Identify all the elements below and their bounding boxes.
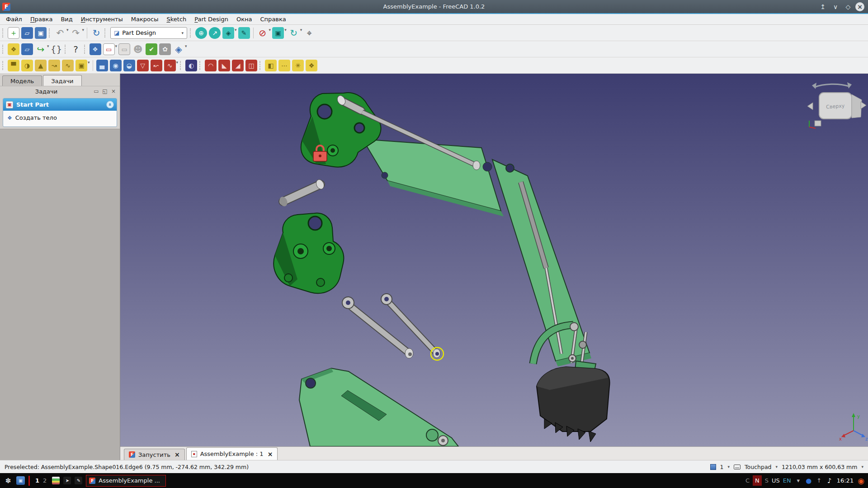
app-menu-icon[interactable]: ✽ [4,476,13,485]
mirrored-icon[interactable]: ◧ [265,60,277,71]
undo-icon-dropdown-icon[interactable]: ▾ [66,28,69,32]
dimensions-caret-icon[interactable]: ▾ [861,465,863,469]
fit-all-icon[interactable]: ⊕ [195,27,207,39]
make-link-icon[interactable]: ↪ [35,43,47,55]
draw-style-icon-dropdown-icon[interactable]: ▾ [269,28,271,32]
layer-value[interactable]: 1 [720,464,724,470]
dock-restore-button[interactable]: ▭ [93,88,100,95]
draft-icon[interactable]: ◢ [232,60,244,71]
pad-icon[interactable]: ▀ [8,60,19,71]
menu-файл[interactable]: Файл [2,15,26,23]
volume-icon[interactable]: ♪ [826,477,833,485]
new-document-icon[interactable]: + [8,27,19,39]
additive-pipe-icon[interactable]: ↝ [48,60,60,71]
sketch-tools-icon[interactable]: ◈ [173,43,184,55]
groove-icon[interactable]: ◒ [123,60,135,71]
polar-pattern-icon[interactable]: ✳ [292,60,304,71]
fillet-icon[interactable]: ◠ [205,60,217,71]
isometric-view-icon-dropdown-icon[interactable]: ▾ [235,28,237,32]
file-manager-icon[interactable]: ▣ [16,476,25,485]
isometric-view-icon[interactable]: ◈ [222,27,234,39]
dock-tab-model[interactable]: Модель [2,75,42,86]
hole-icon[interactable]: ◉ [110,60,122,71]
workspace-2[interactable]: 2 [41,477,48,484]
redo-icon-dropdown-icon[interactable]: ▾ [82,28,85,32]
clock[interactable]: 16:21 [837,477,854,484]
draw-style-icon[interactable]: ⊘ [257,27,269,39]
network-manager-icon[interactable]: ● [806,477,812,485]
group-icon[interactable]: ▱ [21,43,33,55]
multitransform-icon[interactable]: ❖ [306,60,317,71]
toolbar-grip[interactable] [49,28,51,38]
collapse-button[interactable]: « [106,101,114,108]
menu-вид[interactable]: Вид [57,15,76,23]
primitives-icon-dropdown-icon[interactable]: ▾ [88,60,90,65]
document-tab-0[interactable]: FЗапустить× [124,449,185,460]
edit-sketch-icon[interactable]: ▭ [118,43,130,55]
save-icon[interactable]: ▣ [35,27,47,39]
measure-icon[interactable]: ⌖ [303,27,315,39]
toolbar-grip[interactable] [190,28,192,38]
sketch-tools-icon-dropdown-icon[interactable]: ▾ [185,44,187,48]
dock-close-button[interactable]: × [110,88,117,95]
primitives-icon[interactable]: ▣ [75,60,87,71]
workbench-selector[interactable]: ◪Part Design▾ [110,27,187,39]
color-profile-icon[interactable] [52,477,60,484]
redo-icon[interactable]: ↷ [70,27,82,39]
menu-справка[interactable]: Справка [256,15,290,23]
thickness-icon[interactable]: ◫ [245,60,257,71]
sketch-view-icon[interactable]: ✎ [238,27,250,39]
tab-close-icon[interactable]: × [268,450,273,458]
navcube-mini-cube-icon[interactable] [815,121,821,126]
refresh-icon[interactable]: ↻ [90,27,102,39]
dock-tab-tasks[interactable]: Задачи [43,75,81,86]
document-tab-1[interactable]: ▪AssemblyExample : 1× [186,447,278,460]
pocket-icon[interactable]: ▄ [96,60,108,71]
titlebar[interactable]: F AssemblyExample - FreeCAD 1.0.2 ↥∨◇× [0,0,868,14]
validate-sketch-icon[interactable]: ✔ [146,43,157,55]
zoom-selection-icon[interactable]: ↗ [209,27,221,39]
open-document-icon[interactable]: ▱ [21,27,33,39]
workspace-1[interactable]: 1 [33,477,41,484]
macro-icon[interactable]: {} [51,43,62,55]
std-part-icon[interactable]: ❖ [8,43,19,55]
map-sketch-icon[interactable]: ☻ [132,43,144,55]
menu-окна[interactable]: Окна [232,15,256,23]
subtractive-helix-icon[interactable]: ∿ [164,60,176,71]
menu-part-design[interactable]: Part Design [190,15,232,23]
toolbar-grip[interactable] [259,61,262,70]
toolbar-grip[interactable] [2,61,5,70]
menu-макросы[interactable]: Макросы [127,15,163,23]
menu-правка[interactable]: Правка [26,15,57,23]
minimize-button[interactable]: ∨ [830,2,841,11]
make-link-icon-dropdown-icon[interactable]: ▾ [47,44,49,48]
merge-sketches-icon[interactable]: ✿ [159,43,171,55]
revolution-icon[interactable]: ◑ [21,60,33,71]
chamfer-icon[interactable]: ◣ [218,60,230,71]
network-icon[interactable]: ▾ [795,477,802,484]
additive-helix-icon[interactable]: ∿ [62,60,74,71]
maximize-button[interactable]: ◇ [843,2,854,11]
3d-viewport[interactable]: Сверху y [120,74,868,446]
pointer-mode-value[interactable]: Touchpad [745,464,771,470]
toolbar-grip[interactable] [199,61,202,70]
subtractive-helix-icon-dropdown-icon[interactable]: ▾ [176,60,179,65]
subtractive-pipe-icon[interactable]: ↜ [151,60,162,71]
undo-icon[interactable]: ↶ [54,27,66,39]
tab-close-icon[interactable]: × [175,451,180,458]
create-sketch-icon-dropdown-icon[interactable]: ▾ [115,44,118,48]
taskbar-window-button[interactable]: F AssemblyExample ... [86,475,166,487]
menu-sketch[interactable]: Sketch [162,15,190,23]
boolean-operation-icon[interactable]: ◐ [185,60,197,71]
bounding-box-icon[interactable]: ▣ [272,27,284,39]
subtractive-loft-icon[interactable]: ▽ [137,60,149,71]
toolbar-grip[interactable] [2,28,5,38]
close-button[interactable]: × [855,2,864,11]
create-sketch-icon[interactable]: ▭ [103,43,115,55]
cursor-tool-icon[interactable]: ➤ [63,477,71,484]
viewport-dimensions[interactable]: 1210,03 mm x 600,63 mm [782,464,857,470]
whats-this-icon[interactable]: ? [70,43,82,55]
rotation-mode-icon[interactable]: ↻ [288,27,300,39]
power-icon[interactable]: ◉ [858,476,864,485]
pointer-mode-caret-icon[interactable]: ▾ [776,465,778,469]
